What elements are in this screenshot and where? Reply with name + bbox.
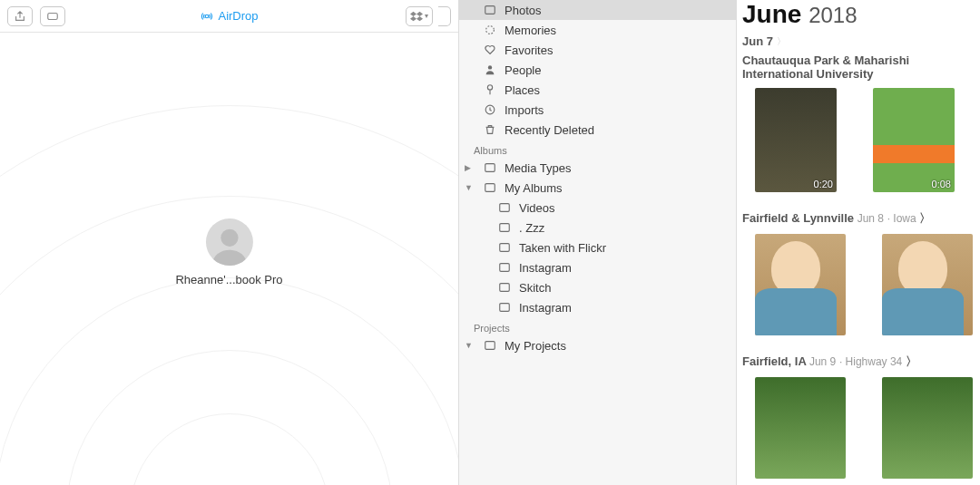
photos-sidebar: PhotosMemoriesFavoritesPeoplePlacesImpor…	[459, 0, 737, 485]
sidebar-item-instagram[interactable]: Instagram	[459, 257, 736, 277]
svg-rect-9	[485, 184, 495, 192]
album-icon	[497, 220, 512, 235]
date-label: Jun 9	[809, 355, 836, 368]
sidebar-item-memories[interactable]: Memories	[459, 20, 736, 40]
sidebar-item-taken-with-flickr[interactable]: Taken with Flickr	[459, 238, 736, 257]
clock-icon	[483, 102, 497, 117]
photo-thumb[interactable]: 0:08	[873, 88, 955, 192]
sidebar-item-label: Instagram	[519, 261, 572, 275]
month-label: June	[742, 0, 801, 28]
sidebar-item-label: Memories	[505, 24, 556, 37]
disclosure-icon[interactable]: ▶	[465, 163, 474, 172]
sidebar-item-label: Instagram	[519, 301, 572, 315]
photo-thumb[interactable]	[755, 234, 846, 335]
album-icon	[497, 200, 512, 215]
album-icon	[497, 300, 512, 315]
svg-point-5	[488, 65, 492, 69]
sidebar-item-people[interactable]: People	[459, 60, 736, 80]
svg-rect-0	[48, 13, 58, 19]
svg-rect-12	[500, 244, 510, 252]
svg-rect-15	[500, 304, 510, 312]
sidebar-item-favorites[interactable]: Favorites	[459, 40, 736, 60]
thumb-row	[742, 373, 980, 485]
svg-rect-3	[485, 6, 495, 15]
photo-thumb[interactable]: 0:20	[755, 88, 837, 192]
date-label: Jun 8	[858, 212, 884, 225]
thumb-row: 0:200:08	[742, 84, 980, 210]
photo-thumb[interactable]	[882, 234, 973, 335]
sidebar-item-media-types[interactable]: ▶Media Types	[459, 158, 736, 178]
chevron-right-icon: 〉	[906, 354, 917, 368]
sidebar-item-skitch[interactable]: Skitch	[459, 277, 736, 297]
airdrop-window: AirDrop ▾ Rheanne'...book Pro	[0, 0, 459, 485]
sidebar-item-my-projects[interactable]: ▼My Projects	[459, 335, 736, 355]
svg-rect-10	[500, 204, 510, 212]
year-label: 2018	[808, 3, 857, 27]
sidebar-item-label: My Projects	[505, 339, 566, 353]
photo-thumb[interactable]	[755, 377, 846, 479]
sidebar-item-label: . Zzz	[519, 221, 544, 235]
album-icon	[483, 160, 497, 175]
video-duration: 0:20	[814, 179, 833, 189]
sidebar-item-instagram-2[interactable]: Instagram	[459, 297, 736, 317]
svg-rect-14	[500, 284, 510, 292]
svg-point-6	[487, 85, 492, 90]
sidebar-item-my-albums[interactable]: ▼My Albums	[459, 178, 736, 198]
sidebar-item-label: Videos	[519, 201, 555, 215]
photos-main: June 2018 Jun 7 〉Chautauqua Park & Mahar…	[737, 0, 980, 485]
sidebar-item-zzz[interactable]: . Zzz	[459, 218, 736, 238]
avatar-icon	[206, 218, 253, 266]
airdrop-device-label: Rheanne'...book Pro	[175, 273, 282, 286]
svg-point-4	[486, 26, 495, 34]
heart-icon	[483, 43, 497, 57]
date-label: Jun 7	[742, 34, 773, 48]
sidebar-item-label: Imports	[505, 103, 544, 117]
svg-point-1	[205, 15, 209, 18]
sidebar-item-label: My Albums	[505, 181, 563, 195]
location-title[interactable]: Fairfield, IA Jun 9 · Highway 34 〉	[742, 354, 980, 373]
svg-rect-11	[500, 224, 510, 232]
date-row[interactable]: Jun 7 〉	[742, 33, 980, 53]
sidebar-item-label: Taken with Flickr	[519, 241, 606, 255]
sidebar-item-imports[interactable]: Imports	[459, 100, 736, 120]
sidebar-item-label: Favorites	[505, 44, 553, 57]
album-icon	[483, 338, 497, 353]
svg-rect-8	[485, 164, 495, 172]
sidebar-item-label: Media Types	[505, 161, 571, 175]
location-title[interactable]: Chautauqua Park & Maharishi Internationa…	[742, 53, 980, 84]
chevron-right-icon: 〉	[919, 211, 931, 225]
tag-button[interactable]	[40, 6, 65, 26]
album-icon	[497, 240, 512, 255]
month-header[interactable]: June 2018	[742, 0, 980, 33]
sidebar-item-label: Recently Deleted	[505, 123, 594, 137]
albums-header: Albums	[459, 140, 736, 158]
sidebar-item-places[interactable]: Places	[459, 80, 736, 100]
sidebar-item-label: Places	[505, 83, 540, 97]
disclosure-icon[interactable]: ▼	[465, 341, 474, 350]
disclosure-icon[interactable]: ▼	[465, 183, 474, 192]
dropbox-button[interactable]: ▾	[406, 6, 433, 26]
chevron-right-icon: 〉	[777, 35, 786, 48]
airdrop-toolbar: AirDrop ▾	[0, 0, 458, 33]
airdrop-title-label: AirDrop	[218, 9, 258, 23]
photos-icon	[483, 3, 497, 17]
sidebar-item-label: Skitch	[519, 281, 551, 295]
sidebar-item-label: People	[505, 63, 541, 77]
trash-icon	[483, 122, 497, 137]
share-button[interactable]	[7, 6, 33, 26]
svg-point-2	[220, 229, 238, 247]
album-icon	[497, 280, 512, 295]
svg-rect-16	[485, 342, 495, 350]
sidebar-item-videos[interactable]: Videos	[459, 198, 736, 218]
airdrop-radar: Rheanne'...book Pro	[0, 33, 458, 485]
album-icon	[497, 260, 512, 275]
location-title[interactable]: Fairfield & Lynnville Jun 8 · Iowa 〉	[742, 210, 980, 230]
sidebar-item-photos[interactable]: Photos	[459, 0, 736, 20]
projects-header: Projects	[459, 317, 736, 335]
sidebar-item-recently-deleted[interactable]: Recently Deleted	[459, 120, 736, 140]
photo-thumb[interactable]	[882, 377, 973, 479]
thumb-row	[742, 230, 980, 354]
video-duration: 0:08	[932, 179, 951, 189]
airdrop-device[interactable]: Rheanne'...book Pro	[175, 218, 282, 286]
dropdown-extra-button[interactable]	[438, 6, 451, 26]
